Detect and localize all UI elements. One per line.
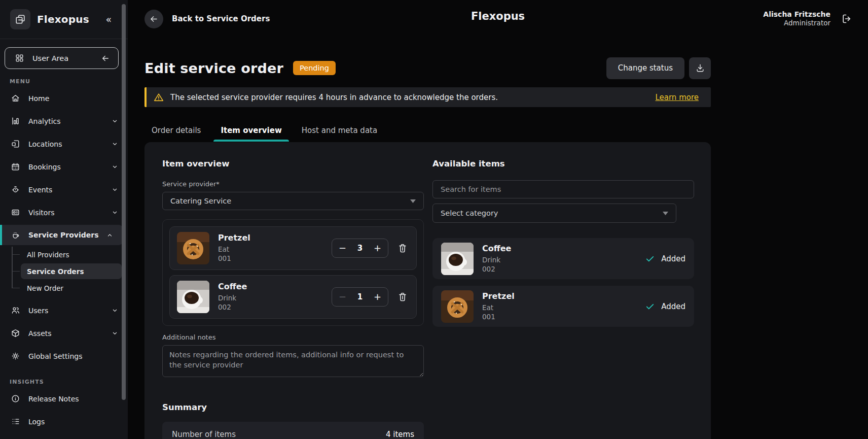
download-icon: [695, 63, 705, 73]
search-input[interactable]: [432, 180, 694, 198]
item-code: 002: [482, 265, 511, 274]
sidebar-item-assets[interactable]: Assets: [0, 322, 128, 345]
quantity-stepper: − 3 +: [332, 239, 388, 258]
pretzel-image: [441, 290, 474, 323]
decrease-quantity-button[interactable]: −: [339, 244, 346, 253]
insights-section-label: INSIGHTS: [10, 379, 128, 385]
sidebar: Flexopus « User Area MENU Home Analytics: [0, 0, 128, 439]
check-icon: [645, 301, 655, 312]
service-provider-label: Service provider*: [162, 180, 424, 188]
back-button[interactable]: [144, 10, 163, 28]
sidebar-item-events[interactable]: Events: [0, 178, 128, 201]
bookings-calendar-icon: [11, 162, 20, 172]
increase-quantity-button[interactable]: +: [374, 244, 381, 253]
sidebar-item-new-order[interactable]: New Order: [21, 280, 122, 296]
delete-item-button[interactable]: [396, 242, 409, 255]
events-stopwatch-icon: [11, 185, 20, 194]
sidebar-item-visitors[interactable]: Visitors: [0, 201, 128, 224]
sidebar-item-service-orders[interactable]: Service Orders: [21, 263, 122, 279]
users-people-icon: [11, 306, 20, 315]
warning-message: The selected service provider requires 4…: [170, 93, 498, 102]
dashboard-grid-icon: [15, 53, 24, 63]
topbar: Back to Service Orders Flexopus Alischa …: [128, 0, 868, 38]
visitors-id-card-icon: [11, 208, 20, 217]
chevron-down-icon: [111, 186, 119, 193]
item-category: Drink: [218, 294, 247, 303]
chevron-down-icon: [111, 209, 119, 216]
main-area: Back to Service Orders Flexopus Alischa …: [128, 0, 868, 439]
available-item-coffee[interactable]: Coffee Drink 002 Added: [432, 238, 694, 279]
logout-button[interactable]: [841, 13, 853, 25]
item-code: 001: [218, 254, 250, 263]
available-items-list: Coffee Drink 002 Added: [432, 238, 694, 327]
tab-item-overview[interactable]: Item overview: [213, 123, 288, 142]
service-providers-subnav: All Providers Service Orders New Order: [12, 247, 122, 296]
trash-icon: [397, 291, 408, 302]
tab-order-details[interactable]: Order details: [144, 123, 208, 142]
warning-triangle-icon: [153, 92, 164, 103]
logs-list-icon: [11, 417, 20, 426]
sidebar-item-locations[interactable]: Locations: [0, 132, 128, 155]
available-items-heading: Available items: [432, 159, 694, 168]
app-title: Flexopus: [471, 10, 525, 22]
sidebar-nav: Home Analytics Locations Bookings Events: [0, 87, 128, 367]
user-role: Administrator: [763, 19, 830, 27]
assets-cube-icon: [11, 328, 20, 338]
sidebar-item-service-providers[interactable]: Service Providers: [0, 225, 123, 245]
sidebar-item-analytics[interactable]: Analytics: [0, 110, 128, 132]
learn-more-link[interactable]: Learn more: [655, 93, 699, 102]
sidebar-header: Flexopus «: [0, 0, 128, 39]
user-name: Alischa Fritzsche: [763, 10, 830, 19]
additional-notes-textarea[interactable]: [162, 345, 424, 377]
category-select[interactable]: Select category: [432, 204, 676, 223]
ordered-item-row-coffee: Coffee Drink 002 − 1 +: [169, 275, 417, 319]
coffee-cup-icon: [11, 230, 20, 240]
decrease-quantity-button[interactable]: −: [339, 292, 346, 301]
back-label[interactable]: Back to Service Orders: [172, 14, 270, 23]
sidebar-item-global-settings[interactable]: Global Settings: [0, 345, 128, 367]
page-title: Edit service order: [144, 60, 283, 76]
chevron-down-icon: [111, 117, 119, 125]
item-overview-heading: Item overview: [162, 159, 424, 168]
chevron-up-icon: [106, 231, 114, 239]
menu-section-label: MENU: [10, 78, 128, 85]
quantity-stepper: − 1 +: [332, 287, 388, 307]
delete-item-button[interactable]: [396, 290, 409, 303]
check-icon: [645, 254, 655, 264]
sidebar-item-home[interactable]: Home: [0, 87, 128, 110]
tab-bar: Order details Item overview Host and met…: [144, 123, 711, 142]
added-status: Added: [645, 301, 685, 312]
chevron-down-icon: [111, 307, 119, 314]
info-circle-icon: [11, 394, 20, 403]
chevron-down-icon: [111, 329, 119, 337]
flexopus-logo-icon: [10, 9, 30, 29]
sidebar-item-logs[interactable]: Logs: [0, 410, 128, 433]
sidebar-scrollbar[interactable]: [122, 4, 126, 400]
available-items-panel: Available items Select category: [432, 159, 694, 439]
additional-notes-label: Additional notes: [162, 333, 424, 341]
item-code: 001: [482, 313, 515, 322]
quantity-value: 1: [357, 292, 363, 301]
analytics-bars-icon: [11, 116, 20, 126]
increase-quantity-button[interactable]: +: [374, 292, 381, 301]
tab-host-meta-data[interactable]: Host and meta data: [295, 123, 384, 142]
service-provider-select[interactable]: Catering Service: [162, 192, 424, 210]
sidebar-item-release-notes[interactable]: Release Notes: [0, 387, 128, 410]
dropdown-caret-icon: [410, 199, 416, 203]
sidebar-collapse-icon[interactable]: «: [105, 14, 119, 25]
user-area-label: User Area: [32, 54, 68, 62]
sidebar-item-bookings[interactable]: Bookings: [0, 155, 128, 178]
user-area-button[interactable]: User Area: [5, 47, 119, 69]
item-category: Eat: [218, 245, 250, 254]
item-category: Eat: [482, 303, 515, 313]
download-button[interactable]: [689, 57, 711, 79]
pretzel-image: [177, 232, 209, 264]
summary-row: Number of items 4 items: [172, 430, 414, 439]
ordered-item-row-pretzel: Pretzel Eat 001 − 3 +: [169, 226, 417, 270]
sidebar-item-all-providers[interactable]: All Providers: [21, 247, 122, 262]
change-status-button[interactable]: Change status: [606, 57, 684, 79]
available-item-pretzel[interactable]: Pretzel Eat 001 Added: [432, 286, 694, 327]
sidebar-divider: [0, 39, 128, 39]
coffee-image: [177, 281, 209, 313]
sidebar-item-users[interactable]: Users: [0, 299, 128, 322]
